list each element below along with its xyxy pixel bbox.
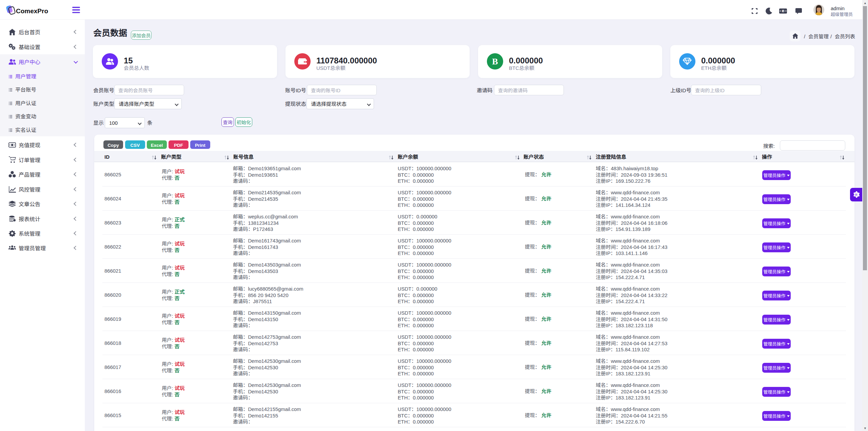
svg-text:B: B [492,57,498,66]
svg-text:1: 1 [782,9,784,13]
